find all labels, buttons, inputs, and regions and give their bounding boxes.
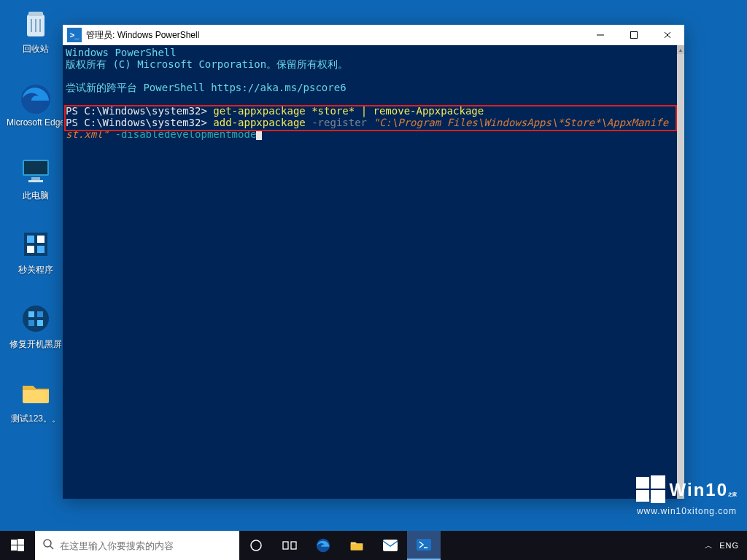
terminal-cursor xyxy=(256,130,262,140)
windows-logo-icon xyxy=(636,475,665,505)
blank-line xyxy=(66,70,674,82)
repair-boot-icon xyxy=(18,301,53,336)
taskbar-file-explorer-button[interactable] xyxy=(340,531,374,560)
window-title: 管理员: Windows PowerShell xyxy=(86,29,199,42)
folder-icon xyxy=(18,376,53,411)
pipe-token: | xyxy=(361,105,367,117)
minimize-button[interactable] xyxy=(584,25,617,45)
svg-rect-16 xyxy=(37,320,43,326)
icon-label: 回收站 xyxy=(23,43,49,55)
window-titlebar[interactable]: >_ 管理员: Windows PowerShell xyxy=(63,25,684,45)
mail-icon xyxy=(382,539,398,552)
watermark: Win10之家 www.win10xitong.com xyxy=(636,475,737,516)
flag-token: -register xyxy=(311,117,367,128)
cmd-token: add-appxpackage xyxy=(213,117,305,128)
svg-rect-10 xyxy=(27,246,34,253)
svg-rect-5 xyxy=(31,177,40,180)
search-input[interactable] xyxy=(60,540,232,551)
maximize-button[interactable] xyxy=(617,25,651,45)
task-view-icon xyxy=(282,540,297,551)
cmd-token: get-appxpackage *store* xyxy=(213,105,355,117)
powershell-icon xyxy=(416,537,432,553)
svg-rect-15 xyxy=(28,320,34,326)
svg-rect-1 xyxy=(28,12,43,16)
search-icon xyxy=(42,538,54,553)
svg-rect-25 xyxy=(18,545,24,551)
powershell-window: >_ 管理员: Windows PowerShell Windows Power… xyxy=(63,25,684,499)
svg-rect-11 xyxy=(37,246,44,253)
icon-label: Microsoft Edge xyxy=(7,117,65,128)
svg-rect-14 xyxy=(37,311,43,317)
blank-line xyxy=(66,93,674,105)
cortana-icon xyxy=(249,539,263,552)
cortana-button[interactable] xyxy=(239,531,273,560)
svg-rect-18 xyxy=(636,477,649,489)
prompt-prefix: PS C:\Windows\system32> xyxy=(66,117,207,128)
desktop-icons-column: 回收站 Microsoft Edge 此电脑 秒关程序 修复开机黑屏 xyxy=(4,6,67,425)
desktop-icon-recycle-bin[interactable]: 回收站 xyxy=(4,6,67,55)
svg-rect-19 xyxy=(651,475,665,489)
scroll-track[interactable] xyxy=(677,54,684,490)
cmd-token: remove-Appxpackage xyxy=(374,105,484,117)
svg-rect-13 xyxy=(28,311,34,317)
try-new-line: 尝试新的跨平台 PowerShell https://aka.ms/pscore… xyxy=(66,82,674,93)
tray-overflow-button[interactable]: ︿ xyxy=(705,540,713,551)
close-button[interactable] xyxy=(651,25,684,45)
svg-rect-8 xyxy=(27,236,34,243)
svg-rect-20 xyxy=(636,490,649,502)
svg-rect-17 xyxy=(631,32,638,39)
icon-label: 秒关程序 xyxy=(18,264,53,276)
svg-point-12 xyxy=(23,306,49,332)
windows-start-icon xyxy=(11,539,24,552)
scroll-thumb[interactable] xyxy=(677,54,684,490)
prompt-line-2: PS C:\Windows\system32> add-appxpackage … xyxy=(66,117,674,140)
prompt-prefix: PS C:\Windows\system32> xyxy=(66,105,207,117)
start-button[interactable] xyxy=(0,531,35,560)
banner-copyright: 版权所有 (C) Microsoft Corporation。保留所有权利。 xyxy=(66,58,674,70)
svg-rect-24 xyxy=(11,545,17,551)
terminal-content[interactable]: Windows PowerShell 版权所有 (C) Microsoft Co… xyxy=(63,45,677,499)
second-close-icon xyxy=(18,227,53,262)
taskbar-mail-button[interactable] xyxy=(374,531,407,560)
scroll-up-button[interactable]: ▲ xyxy=(677,45,684,54)
svg-rect-28 xyxy=(283,542,288,549)
taskbar-edge-button[interactable] xyxy=(306,531,340,560)
flag-token: -disabledevelopmentmode xyxy=(115,128,256,140)
watermark-brand: Win10之家 xyxy=(670,480,737,500)
desktop-icon-edge[interactable]: Microsoft Edge xyxy=(4,80,67,128)
svg-rect-4 xyxy=(24,161,47,174)
svg-rect-21 xyxy=(651,490,665,503)
recycle-bin-icon xyxy=(18,6,53,41)
desktop-icon-repair-boot[interactable]: 修复开机黑屏 xyxy=(4,301,67,351)
taskbar-powershell-button[interactable] xyxy=(407,531,441,560)
desktop: 回收站 Microsoft Edge 此电脑 秒关程序 修复开机黑屏 xyxy=(0,0,747,560)
desktop-icon-test-folder[interactable]: 测试123。。 xyxy=(4,376,67,425)
svg-point-27 xyxy=(251,540,261,551)
svg-rect-22 xyxy=(11,540,17,545)
powershell-body: Windows PowerShell 版权所有 (C) Microsoft Co… xyxy=(63,45,684,499)
svg-rect-23 xyxy=(18,539,24,545)
taskbar-search-box[interactable] xyxy=(35,531,239,560)
svg-rect-29 xyxy=(291,542,296,549)
vertical-scrollbar[interactable]: ▲ ▼ xyxy=(677,45,684,499)
svg-rect-6 xyxy=(28,180,43,182)
icon-label: 测试123。。 xyxy=(11,413,61,425)
desktop-icon-second-close[interactable]: 秒关程序 xyxy=(4,227,67,276)
svg-rect-9 xyxy=(37,236,44,243)
icon-label: 此电脑 xyxy=(23,190,49,202)
svg-rect-31 xyxy=(351,544,363,550)
edge-icon xyxy=(315,537,331,553)
edge-icon xyxy=(18,80,53,115)
desktop-icon-this-pc[interactable]: 此电脑 xyxy=(4,152,67,202)
file-explorer-icon xyxy=(349,537,365,553)
svg-rect-32 xyxy=(383,540,398,551)
prompt-line-1: PS C:\Windows\system32> get-appxpackage … xyxy=(66,105,674,117)
taskbar-tray: ︿ ENG xyxy=(705,531,747,560)
ime-indicator[interactable]: ENG xyxy=(716,541,743,550)
svg-point-26 xyxy=(44,540,51,547)
task-view-button[interactable] xyxy=(273,531,306,560)
taskbar: ︿ ENG xyxy=(0,531,747,560)
icon-label: 修复开机黑屏 xyxy=(9,338,62,351)
powershell-app-icon: >_ xyxy=(67,28,82,42)
watermark-url: www.win10xitong.com xyxy=(637,506,737,516)
